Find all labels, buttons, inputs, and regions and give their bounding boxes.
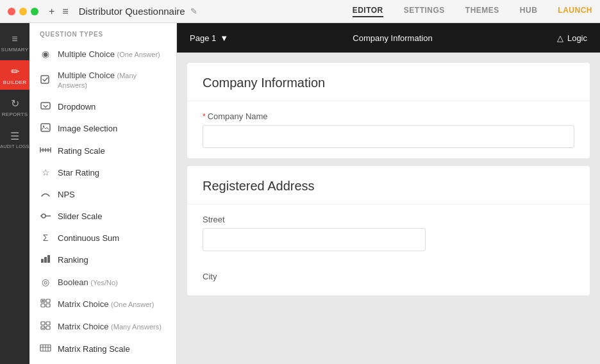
panel-header: QUESTION TYPES <box>29 23 176 43</box>
svg-rect-0 <box>41 76 49 83</box>
matrix-many-label: Matrix Choice (Many Answers) <box>58 322 162 331</box>
icon-sidebar: ≡ SUMMARY ✏ BUILDER ↻ REPORTS ☰ AUDIT LO… <box>0 23 29 364</box>
image-selection-icon <box>40 123 51 134</box>
edit-title-icon[interactable]: ✎ <box>190 6 197 16</box>
svg-rect-14 <box>47 255 50 263</box>
street-input[interactable] <box>203 228 426 251</box>
field-company-name: * Company Name <box>187 101 590 158</box>
question-type-image-selection[interactable]: Image Selection <box>29 117 176 140</box>
matrix-one-icon <box>40 299 51 310</box>
builder-icon: ✏ <box>11 65 19 78</box>
continuous-sum-icon: Σ <box>40 233 51 243</box>
svg-rect-1 <box>41 103 50 109</box>
svg-point-3 <box>43 126 44 127</box>
traffic-light-yellow[interactable] <box>19 8 27 15</box>
street-label: Street <box>203 215 574 224</box>
sidebar-item-summary[interactable]: ≡ SUMMARY <box>0 28 29 58</box>
question-type-nps[interactable]: NPS <box>29 183 176 205</box>
city-label: City <box>203 272 574 281</box>
question-type-mc-one[interactable]: ◉ Multiple Choice (One Answer) <box>29 43 176 65</box>
traffic-light-green[interactable] <box>31 8 38 15</box>
app-title-text: Distributor Questionnaire <box>79 6 185 17</box>
mc-many-icon <box>40 75 51 86</box>
reports-icon: ↻ <box>11 97 19 110</box>
question-type-continuous-sum[interactable]: Σ Continuous Sum <box>29 227 176 249</box>
summary-icon: ≡ <box>12 33 17 45</box>
section-company-title: Company Information <box>187 63 590 101</box>
page-dropdown-icon: ▼ <box>220 33 228 43</box>
question-type-mc-many[interactable]: Multiple Choice (Many Answers) <box>29 65 176 95</box>
logic-triangle-icon: △ <box>557 33 563 43</box>
page-title: Company Information <box>228 33 557 43</box>
mc-one-icon: ◉ <box>40 49 51 59</box>
svg-rect-18 <box>41 304 45 307</box>
star-rating-icon: ☆ <box>40 167 51 178</box>
app-title: Distributor Questionnaire ✎ <box>79 6 197 17</box>
field-street: Street <box>187 204 590 261</box>
main-layout: ≡ SUMMARY ✏ BUILDER ↻ REPORTS ☰ AUDIT LO… <box>0 23 600 364</box>
content-area: Page 1 ▼ Company Information △ Logic Com… <box>177 23 600 364</box>
nav-hub[interactable]: HUB <box>520 6 538 17</box>
question-type-matrix-many[interactable]: Matrix Choice (Many Answers) <box>29 315 176 338</box>
matrix-rating-icon <box>40 343 51 354</box>
boolean-label: Boolean (Yes/No) <box>58 277 118 287</box>
question-type-ranking[interactable]: Ranking <box>29 249 176 271</box>
traffic-lights <box>8 8 38 15</box>
question-type-star-rating[interactable]: ☆ Star Rating <box>29 161 176 183</box>
svg-rect-2 <box>41 124 50 131</box>
nav-launch[interactable]: LAUNCH <box>558 6 592 17</box>
logic-button[interactable]: △ Logic <box>557 33 587 43</box>
dropdown-icon <box>40 101 51 112</box>
matrix-many-icon <box>40 321 51 332</box>
mc-one-label: Multiple Choice (One Answer) <box>58 49 160 59</box>
nps-icon <box>40 189 51 199</box>
sidebar-item-builder[interactable]: ✏ BUILDER <box>0 60 29 90</box>
question-type-matrix-star[interactable]: Matrix Star Rating <box>29 360 176 364</box>
svg-rect-13 <box>44 257 47 263</box>
mc-many-label: Multiple Choice (Many Answers) <box>58 70 166 90</box>
svg-point-16 <box>42 300 44 302</box>
boolean-icon: ◎ <box>40 277 51 287</box>
question-panel: QUESTION TYPES ◉ Multiple Choice (One An… <box>29 23 177 364</box>
question-type-dropdown[interactable]: Dropdown <box>29 95 176 117</box>
content-inner: Company Information * Company Name Regis… <box>177 53 600 313</box>
rating-scale-icon <box>40 145 51 156</box>
svg-rect-20 <box>41 322 45 325</box>
nav-settings[interactable]: SETTINGS <box>404 6 445 17</box>
svg-rect-19 <box>46 304 50 307</box>
question-type-matrix-one[interactable]: Matrix Choice (One Answer) <box>29 293 176 315</box>
company-name-label: * Company Name <box>203 112 574 121</box>
section-address-title: Registered Address <box>187 166 590 204</box>
slider-icon <box>40 211 51 221</box>
sidebar-item-audit-logs[interactable]: ☰ AUDIT LOGS <box>0 124 29 154</box>
titlebar: + ≡ Distributor Questionnaire ✎ EDITOR S… <box>0 0 600 23</box>
svg-rect-23 <box>46 326 50 329</box>
page-selector[interactable]: Page 1 ▼ <box>190 33 228 43</box>
required-star: * <box>203 112 206 121</box>
field-city: City <box>187 261 590 295</box>
traffic-light-red[interactable] <box>8 8 15 15</box>
ranking-icon <box>40 254 51 265</box>
page-selector-text: Page 1 <box>190 33 216 43</box>
question-type-rating-scale[interactable]: Rating Scale <box>29 140 176 161</box>
svg-rect-17 <box>46 299 50 302</box>
nav-themes[interactable]: THEMES <box>465 6 499 17</box>
section-company-info: Company Information * Company Name <box>187 63 590 158</box>
hamburger-icon[interactable]: ≡ <box>62 6 68 17</box>
question-type-boolean[interactable]: ◎ Boolean (Yes/No) <box>29 271 176 293</box>
matrix-one-label: Matrix Choice (One Answer) <box>58 299 154 309</box>
svg-point-11 <box>42 214 46 218</box>
svg-rect-12 <box>41 259 44 263</box>
sidebar-item-reports[interactable]: ↻ REPORTS <box>0 92 29 122</box>
page-header-bar: Page 1 ▼ Company Information △ Logic <box>177 23 600 53</box>
question-type-slider-scale[interactable]: Slider Scale <box>29 205 176 227</box>
question-type-matrix-rating[interactable]: Matrix Rating Scale <box>29 338 176 360</box>
titlebar-actions: + ≡ <box>49 6 69 17</box>
section-registered-address: Registered Address Street City <box>187 166 590 295</box>
nav-editor[interactable]: EDITOR <box>353 6 383 17</box>
company-name-input[interactable] <box>203 125 574 148</box>
audit-icon: ☰ <box>10 130 19 142</box>
svg-rect-21 <box>46 322 50 325</box>
top-nav: EDITOR SETTINGS THEMES HUB LAUNCH <box>353 6 592 17</box>
plus-icon[interactable]: + <box>49 6 54 17</box>
